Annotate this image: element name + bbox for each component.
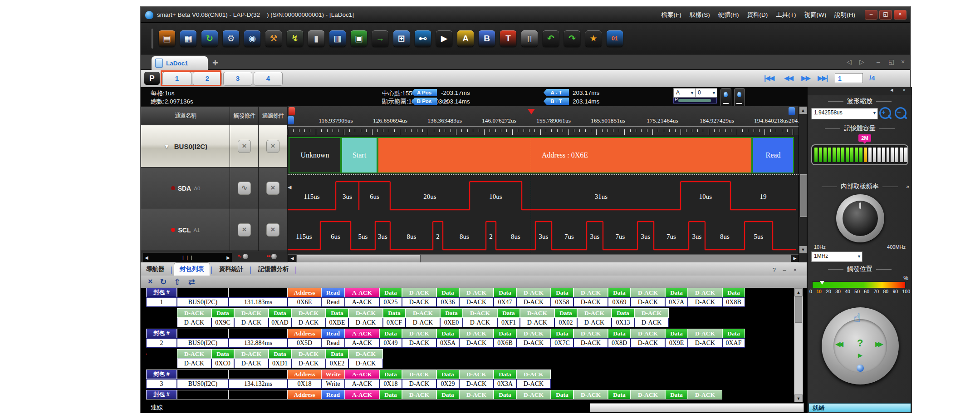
bus-trigger-x-icon[interactable]: × — [238, 140, 251, 153]
flag-t-icon[interactable]: T — [500, 30, 516, 47]
binary-view-icon[interactable]: 01 — [607, 30, 623, 47]
value-cell-addr[interactable]: 0X6E — [288, 297, 321, 307]
scroll-right-icon[interactable]: ▶ — [226, 255, 230, 260]
export-grid-icon[interactable]: → — [372, 30, 388, 47]
bus-segment-0[interactable]: Unknown — [289, 137, 341, 173]
sda-filter-x-icon[interactable]: × — [266, 182, 279, 195]
header-cell-pkt[interactable]: 封包 # — [146, 288, 177, 297]
header-cell-read[interactable]: Read — [321, 390, 345, 399]
filter-camera-icon[interactable]: •• — [260, 253, 283, 261]
menu-item-5[interactable]: 視窗(W) — [801, 10, 830, 20]
header-cell-data[interactable]: Data — [551, 390, 573, 399]
header-cell-dack[interactable]: D-ACK — [631, 329, 665, 338]
header-cell-name[interactable]: 名稱 — [177, 329, 229, 338]
value-cell-dack[interactable]: D-ACK — [577, 318, 612, 327]
value-cell-pkt[interactable]: 3 — [146, 379, 177, 389]
bus-segment-1[interactable]: Start — [341, 137, 377, 173]
sampling-rate-knob[interactable] — [836, 194, 884, 242]
vscroll-up-icon[interactable]: ▲ — [799, 107, 807, 114]
col-filter-condition[interactable]: 過濾條件 — [258, 106, 288, 125]
header-cell-aack[interactable]: A-ACK — [345, 370, 379, 379]
doc-close-button[interactable]: × — [901, 58, 905, 65]
packet-shuffle-icon[interactable]: ⇄ — [188, 277, 195, 287]
capture-icon[interactable]: ◉ — [244, 30, 260, 47]
tab-資料統計[interactable]: 資料統計 — [214, 263, 249, 276]
value-cell-dack[interactable]: D-ACK — [459, 379, 494, 389]
page-number-input[interactable]: 1 — [835, 73, 863, 83]
value-cell-dack[interactable]: D-ACK — [688, 338, 722, 348]
value-cell-dack[interactable]: D-ACK — [516, 379, 551, 389]
header-cell-aack[interactable]: A-ACK — [345, 288, 379, 297]
header-cell-data[interactable]: Data — [494, 370, 516, 379]
header-cell-dack[interactable]: D-ACK — [516, 370, 551, 379]
header-cell-addr[interactable]: Address — [288, 390, 321, 399]
value-cell-dack[interactable]: D-ACK — [234, 359, 269, 368]
header-cell-aack[interactable]: A-ACK — [345, 390, 379, 399]
header-cell-data[interactable]: Data — [379, 288, 402, 297]
zoom-redo-icon[interactable]: ↷ — [564, 30, 580, 47]
header-cell-data[interactable]: Data — [494, 288, 516, 297]
header-cell-data[interactable]: Data — [722, 329, 745, 338]
panel-collapse-icon[interactable]: ◀ — [288, 184, 291, 190]
memory-icon[interactable]: ▮ — [308, 30, 324, 47]
value-cell-data[interactable]: 0X58 — [551, 297, 573, 307]
header-cell-data[interactable]: Data — [440, 308, 463, 318]
value-cell-aack[interactable]: A-ACK — [345, 338, 379, 348]
header-cell-dack[interactable]: D-ACK — [459, 329, 494, 338]
value-cell-data[interactable]: 0X02 — [554, 318, 577, 327]
header-cell-addr[interactable]: Address — [288, 288, 321, 297]
header-cell-start[interactable]: 起始點 — [229, 390, 288, 399]
packet-refresh-icon[interactable]: ↻ — [160, 277, 167, 287]
value-cell-data[interactable]: 0X9E — [665, 338, 688, 348]
value-cell-dack[interactable]: D-ACK — [573, 297, 608, 307]
header-cell-data[interactable]: Data — [494, 329, 516, 338]
hand-cursor-icon[interactable]: ☝ — [853, 311, 861, 325]
value-cell-data[interactable]: 0X9C — [211, 318, 234, 327]
value-cell-dack[interactable]: D-ACK — [348, 318, 383, 327]
scl-row-name[interactable]: SCL A1 — [141, 209, 230, 251]
value-cell-data[interactable]: 0X5A — [436, 338, 459, 348]
doc-restore-button[interactable]: ◱ — [888, 58, 894, 65]
menu-item-0[interactable]: 檔案(F) — [658, 10, 685, 20]
header-cell-write[interactable]: Write — [321, 370, 345, 379]
open-file-icon[interactable]: ▤ — [159, 30, 175, 47]
value-cell-dack[interactable]: D-ACK — [402, 338, 436, 348]
minimize-button[interactable]: – — [865, 10, 877, 20]
bus-collapse-icon[interactable]: ▼ — [164, 143, 170, 150]
value-cell-data[interactable]: 0X25 — [379, 297, 402, 307]
header-cell-pkt[interactable]: 封包 # — [146, 390, 177, 399]
header-cell-start[interactable]: 起始點 — [229, 329, 288, 338]
header-cell-dack[interactable]: D-ACK — [459, 288, 494, 297]
sda-row-name[interactable]: SDA A0 — [141, 167, 230, 209]
value-cell-data[interactable]: 0X8D — [608, 338, 631, 348]
tools-icon[interactable]: ⚒ — [265, 30, 282, 47]
nav-left-icon[interactable]: ◀◀ — [835, 340, 841, 348]
header-cell-data[interactable]: Data — [326, 308, 348, 318]
freq-expand-icon[interactable]: » — [906, 183, 909, 190]
bar-marker-b-button[interactable] — [734, 88, 745, 107]
value-cell-aack[interactable]: A-ACK — [345, 297, 379, 307]
value-cell-data[interactable]: 0X7C — [551, 338, 573, 348]
value-cell-data[interactable]: 0XE0 — [440, 318, 463, 327]
value-cell-name[interactable]: BUS0(I2C) — [177, 379, 229, 389]
value-cell-name[interactable]: BUS0(I2C) — [177, 297, 229, 307]
header-cell-dack[interactable]: D-ACK — [177, 308, 211, 318]
add-tab-button[interactable]: + — [212, 57, 218, 69]
hscroll-thumb[interactable] — [296, 255, 421, 262]
header-cell-name[interactable]: 名稱 — [177, 390, 229, 399]
menu-item-3[interactable]: 資料(D) — [744, 10, 771, 20]
value-cell-data[interactable]: 0X18 — [379, 379, 402, 389]
header-cell-data[interactable]: Data — [211, 349, 234, 359]
a-t-tag[interactable]: A - T — [544, 89, 569, 96]
prev-page-button[interactable]: ◀◀ — [784, 74, 793, 82]
page-button-3[interactable]: 3 — [223, 72, 252, 86]
header-cell-data[interactable]: Data — [379, 390, 402, 399]
header-cell-start[interactable]: 起始點 — [229, 370, 288, 379]
right-panel-controls[interactable]: ◄ × — [808, 87, 912, 95]
value-cell-data[interactable]: 0X36 — [436, 297, 459, 307]
nav-ball-icon[interactable] — [857, 365, 864, 372]
value-cell-read[interactable]: Read — [321, 338, 345, 348]
value-cell-dack[interactable]: D-ACK — [516, 338, 551, 348]
scroll-grip-icon[interactable]: ❘❘❘ — [181, 255, 194, 260]
trigger-camera-icon[interactable]: ∿ — [231, 253, 254, 261]
